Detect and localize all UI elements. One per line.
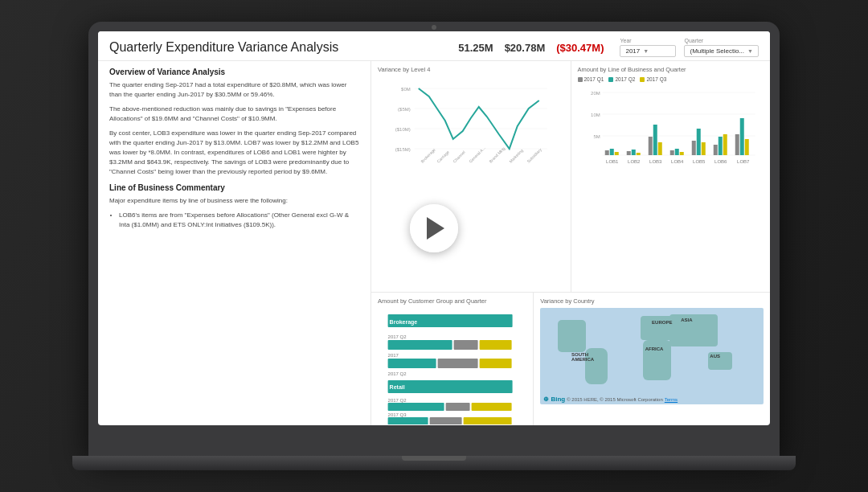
- lob-chart-title: Amount by Line of Business and Quarter: [578, 66, 764, 73]
- svg-rect-22: [604, 150, 608, 155]
- svg-rect-58: [480, 340, 512, 350]
- para-lob-intro: Major expenditure items by line of busin…: [109, 196, 359, 206]
- metric-3: ($30.47M): [556, 42, 604, 54]
- quarter-value: (Multiple Selectio...: [690, 47, 744, 55]
- svg-rect-65: [388, 403, 444, 411]
- legend-q1-dot: [578, 77, 583, 82]
- amount-by-lob-chart: Amount by Line of Business and Quarter 2…: [571, 61, 771, 292]
- svg-rect-41: [739, 118, 743, 155]
- svg-rect-32: [674, 149, 678, 155]
- svg-rect-36: [701, 142, 705, 155]
- header-metrics: 51.25M $20.78M ($30.47M): [458, 42, 604, 54]
- svg-text:2017 Q3: 2017 Q3: [388, 412, 407, 417]
- metric-2: $20.78M: [505, 42, 546, 54]
- bullet-list: LOB6's items are from "Expenses before A…: [109, 211, 359, 230]
- svg-rect-31: [669, 150, 674, 155]
- map-asia-label: ASIA: [681, 318, 692, 322]
- variance-chart-title: Variance by Level 4: [378, 66, 564, 73]
- year-value: 2017: [625, 47, 640, 55]
- metric-1: 51.25M: [458, 42, 493, 54]
- svg-text:Brand Mktg: Brand Mktg: [488, 146, 506, 163]
- svg-text:Marketing: Marketing: [508, 148, 524, 164]
- para-2: The above-mentioned reduction was mainly…: [109, 105, 359, 124]
- svg-text:2017 Q2: 2017 Q2: [388, 398, 407, 403]
- svg-text:($5M): ($5M): [398, 107, 411, 112]
- play-button[interactable]: [410, 204, 458, 252]
- para-3: By cost center, LOB3 expenditure was low…: [109, 129, 359, 177]
- svg-rect-37: [713, 145, 717, 155]
- svg-text:LOB2: LOB2: [628, 159, 641, 164]
- svg-text:Channel: Channel: [452, 150, 465, 163]
- text-panel: Overview of Variance Analysis The quarte…: [98, 61, 371, 425]
- svg-text:LOB6: LOB6: [714, 159, 727, 164]
- svg-text:Brokerage: Brokerage: [420, 147, 436, 164]
- svg-text:General A...: General A...: [468, 146, 486, 164]
- para-1: The quarter ending Sep-2017 had a total …: [109, 80, 359, 100]
- year-chevron-icon: ▼: [643, 48, 649, 54]
- section-heading-overview: Overview of Variance Analysis: [109, 68, 359, 76]
- quarter-dropdown[interactable]: (Multiple Selectio... ▼: [684, 45, 759, 57]
- svg-rect-30: [657, 142, 661, 155]
- legend-q1-label: 2017 Q1: [584, 76, 604, 82]
- svg-rect-40: [735, 134, 739, 155]
- svg-text:2017: 2017: [388, 353, 399, 358]
- bullet-1: LOB6's items are from "Expenses before A…: [119, 211, 359, 230]
- svg-text:LOB1: LOB1: [606, 159, 619, 164]
- svg-rect-57: [454, 340, 478, 350]
- svg-rect-34: [691, 141, 695, 155]
- svg-text:Carriage: Carriage: [436, 150, 450, 164]
- map-north-america: [558, 320, 586, 352]
- svg-text:Brokerage: Brokerage: [390, 319, 418, 326]
- svg-rect-62: [480, 359, 512, 368]
- svg-rect-66: [446, 403, 470, 411]
- svg-rect-39: [723, 134, 727, 155]
- laptop-hinge: [402, 456, 466, 461]
- svg-text:10M: 10M: [591, 113, 600, 117]
- svg-text:($15M): ($15M): [395, 147, 411, 152]
- svg-rect-33: [679, 152, 683, 155]
- stacked-bar-svg: Brokerage Brokerage Retail 2017 Q2: [378, 308, 526, 424]
- svg-rect-24: [614, 152, 618, 155]
- svg-rect-26: [631, 150, 635, 155]
- map-europe-label: EUROPE: [652, 320, 672, 325]
- laptop-frame: Quarterly Expenditure Variance Analysis …: [88, 22, 780, 456]
- svg-text:LOB4: LOB4: [671, 159, 684, 164]
- svg-text:LOB3: LOB3: [649, 159, 662, 164]
- map-asia: [669, 314, 718, 346]
- svg-text:LOB7: LOB7: [737, 159, 750, 164]
- svg-text:LOB5: LOB5: [693, 159, 706, 164]
- map-australia-label: AUS: [710, 354, 720, 359]
- bing-badge: ⊕ Bing © 2015 HERE, © 2015 Microsoft Cor…: [543, 396, 678, 403]
- line-chart-svg: $0M ($5M) ($10M) ($15M) Brokerage Carria…: [378, 76, 564, 169]
- year-filter-label: Year: [620, 38, 676, 43]
- charts-bottom-row: Amount by Customer Group and Quarter Bro…: [371, 293, 770, 425]
- customer-group-chart: Amount by Customer Group and Quarter Bro…: [371, 293, 534, 425]
- svg-rect-23: [609, 149, 613, 155]
- year-filter-group: Year 2017 ▼: [620, 38, 676, 57]
- legend-q3-label: 2017 Q3: [646, 76, 666, 82]
- variance-by-level-chart: Variance by Level 4 $0M ($5M): [371, 61, 571, 292]
- svg-rect-27: [636, 153, 640, 155]
- bing-terms: Terms: [665, 397, 678, 402]
- lob-chart-legend: 2017 Q1 2017 Q2 2017 Q3: [578, 76, 764, 82]
- variance-by-country-chart: Variance by Country: [534, 293, 770, 425]
- bar-chart-svg: 20M 10M 5M: [578, 84, 764, 173]
- legend-q3: 2017 Q3: [640, 76, 666, 82]
- charts-top-row: Variance by Level 4 $0M ($5M): [371, 61, 770, 293]
- svg-rect-60: [388, 359, 436, 368]
- customer-chart-title: Amount by Customer Group and Quarter: [378, 297, 526, 305]
- svg-rect-61: [438, 359, 478, 368]
- svg-rect-70: [430, 417, 462, 424]
- quarter-filter-group: Quarter (Multiple Selectio... ▼: [684, 38, 759, 57]
- legend-q1: 2017 Q1: [578, 76, 604, 82]
- map-africa-label: AFRICA: [645, 346, 664, 351]
- svg-rect-71: [464, 417, 512, 424]
- year-dropdown[interactable]: 2017 ▼: [620, 45, 676, 57]
- map-south-america-label: SOUTHAMERICA: [571, 352, 594, 362]
- header-filters: Year 2017 ▼ Quarter (Multiple Selectio..…: [620, 38, 759, 57]
- laptop-screen: Quarterly Expenditure Variance Analysis …: [98, 31, 770, 425]
- quarter-filter-label: Quarter: [684, 38, 759, 43]
- legend-q2-label: 2017 Q2: [615, 76, 635, 82]
- legend-q2-dot: [608, 77, 613, 82]
- bing-logo: ⊕ Bing: [543, 396, 565, 403]
